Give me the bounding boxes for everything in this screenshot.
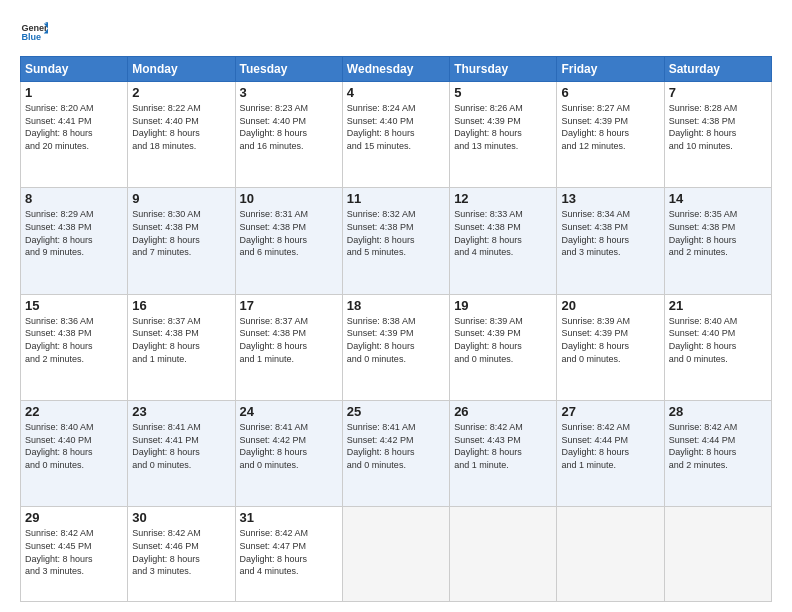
calendar-header-row: SundayMondayTuesdayWednesdayThursdayFrid…	[21, 57, 772, 82]
day-number: 15	[25, 298, 123, 313]
day-number: 17	[240, 298, 338, 313]
day-header-friday: Friday	[557, 57, 664, 82]
calendar-cell	[450, 507, 557, 602]
day-number: 1	[25, 85, 123, 100]
calendar-cell: 1Sunrise: 8:20 AM Sunset: 4:41 PM Daylig…	[21, 82, 128, 188]
day-info: Sunrise: 8:34 AM Sunset: 4:38 PM Dayligh…	[561, 208, 659, 258]
day-number: 19	[454, 298, 552, 313]
calendar-week-row: 29Sunrise: 8:42 AM Sunset: 4:45 PM Dayli…	[21, 507, 772, 602]
calendar-cell: 15Sunrise: 8:36 AM Sunset: 4:38 PM Dayli…	[21, 294, 128, 400]
day-number: 27	[561, 404, 659, 419]
calendar-cell: 30Sunrise: 8:42 AM Sunset: 4:46 PM Dayli…	[128, 507, 235, 602]
day-number: 26	[454, 404, 552, 419]
day-number: 6	[561, 85, 659, 100]
day-info: Sunrise: 8:37 AM Sunset: 4:38 PM Dayligh…	[132, 315, 230, 365]
day-info: Sunrise: 8:24 AM Sunset: 4:40 PM Dayligh…	[347, 102, 445, 152]
day-info: Sunrise: 8:35 AM Sunset: 4:38 PM Dayligh…	[669, 208, 767, 258]
day-number: 23	[132, 404, 230, 419]
day-number: 24	[240, 404, 338, 419]
day-number: 11	[347, 191, 445, 206]
day-header-monday: Monday	[128, 57, 235, 82]
day-number: 31	[240, 510, 338, 525]
day-info: Sunrise: 8:29 AM Sunset: 4:38 PM Dayligh…	[25, 208, 123, 258]
day-info: Sunrise: 8:33 AM Sunset: 4:38 PM Dayligh…	[454, 208, 552, 258]
day-info: Sunrise: 8:31 AM Sunset: 4:38 PM Dayligh…	[240, 208, 338, 258]
calendar-table: SundayMondayTuesdayWednesdayThursdayFrid…	[20, 56, 772, 602]
calendar-cell: 16Sunrise: 8:37 AM Sunset: 4:38 PM Dayli…	[128, 294, 235, 400]
calendar-cell: 24Sunrise: 8:41 AM Sunset: 4:42 PM Dayli…	[235, 401, 342, 507]
calendar-cell: 25Sunrise: 8:41 AM Sunset: 4:42 PM Dayli…	[342, 401, 449, 507]
calendar-cell: 20Sunrise: 8:39 AM Sunset: 4:39 PM Dayli…	[557, 294, 664, 400]
calendar-week-row: 15Sunrise: 8:36 AM Sunset: 4:38 PM Dayli…	[21, 294, 772, 400]
day-number: 28	[669, 404, 767, 419]
day-number: 18	[347, 298, 445, 313]
calendar-cell: 19Sunrise: 8:39 AM Sunset: 4:39 PM Dayli…	[450, 294, 557, 400]
day-number: 29	[25, 510, 123, 525]
calendar-cell: 21Sunrise: 8:40 AM Sunset: 4:40 PM Dayli…	[664, 294, 771, 400]
logo-icon: General Blue	[20, 18, 48, 46]
day-info: Sunrise: 8:41 AM Sunset: 4:41 PM Dayligh…	[132, 421, 230, 471]
calendar-cell: 6Sunrise: 8:27 AM Sunset: 4:39 PM Daylig…	[557, 82, 664, 188]
day-info: Sunrise: 8:20 AM Sunset: 4:41 PM Dayligh…	[25, 102, 123, 152]
day-info: Sunrise: 8:36 AM Sunset: 4:38 PM Dayligh…	[25, 315, 123, 365]
day-info: Sunrise: 8:42 AM Sunset: 4:43 PM Dayligh…	[454, 421, 552, 471]
calendar-cell: 11Sunrise: 8:32 AM Sunset: 4:38 PM Dayli…	[342, 188, 449, 294]
day-number: 3	[240, 85, 338, 100]
day-info: Sunrise: 8:28 AM Sunset: 4:38 PM Dayligh…	[669, 102, 767, 152]
day-info: Sunrise: 8:39 AM Sunset: 4:39 PM Dayligh…	[454, 315, 552, 365]
calendar-cell: 22Sunrise: 8:40 AM Sunset: 4:40 PM Dayli…	[21, 401, 128, 507]
calendar-cell: 13Sunrise: 8:34 AM Sunset: 4:38 PM Dayli…	[557, 188, 664, 294]
calendar-cell: 14Sunrise: 8:35 AM Sunset: 4:38 PM Dayli…	[664, 188, 771, 294]
day-info: Sunrise: 8:42 AM Sunset: 4:44 PM Dayligh…	[669, 421, 767, 471]
day-header-tuesday: Tuesday	[235, 57, 342, 82]
calendar-cell: 9Sunrise: 8:30 AM Sunset: 4:38 PM Daylig…	[128, 188, 235, 294]
day-number: 5	[454, 85, 552, 100]
day-info: Sunrise: 8:27 AM Sunset: 4:39 PM Dayligh…	[561, 102, 659, 152]
day-number: 16	[132, 298, 230, 313]
day-number: 20	[561, 298, 659, 313]
day-info: Sunrise: 8:39 AM Sunset: 4:39 PM Dayligh…	[561, 315, 659, 365]
day-info: Sunrise: 8:30 AM Sunset: 4:38 PM Dayligh…	[132, 208, 230, 258]
header: General Blue	[20, 18, 772, 46]
calendar-cell: 5Sunrise: 8:26 AM Sunset: 4:39 PM Daylig…	[450, 82, 557, 188]
day-header-sunday: Sunday	[21, 57, 128, 82]
day-info: Sunrise: 8:38 AM Sunset: 4:39 PM Dayligh…	[347, 315, 445, 365]
day-header-saturday: Saturday	[664, 57, 771, 82]
day-info: Sunrise: 8:41 AM Sunset: 4:42 PM Dayligh…	[347, 421, 445, 471]
calendar-cell: 7Sunrise: 8:28 AM Sunset: 4:38 PM Daylig…	[664, 82, 771, 188]
day-number: 21	[669, 298, 767, 313]
calendar-cell	[342, 507, 449, 602]
calendar-cell: 27Sunrise: 8:42 AM Sunset: 4:44 PM Dayli…	[557, 401, 664, 507]
calendar-cell: 2Sunrise: 8:22 AM Sunset: 4:40 PM Daylig…	[128, 82, 235, 188]
day-info: Sunrise: 8:32 AM Sunset: 4:38 PM Dayligh…	[347, 208, 445, 258]
calendar-cell: 28Sunrise: 8:42 AM Sunset: 4:44 PM Dayli…	[664, 401, 771, 507]
calendar-cell: 23Sunrise: 8:41 AM Sunset: 4:41 PM Dayli…	[128, 401, 235, 507]
day-number: 8	[25, 191, 123, 206]
calendar-cell: 29Sunrise: 8:42 AM Sunset: 4:45 PM Dayli…	[21, 507, 128, 602]
svg-text:Blue: Blue	[21, 32, 41, 42]
calendar-cell: 26Sunrise: 8:42 AM Sunset: 4:43 PM Dayli…	[450, 401, 557, 507]
calendar-cell: 10Sunrise: 8:31 AM Sunset: 4:38 PM Dayli…	[235, 188, 342, 294]
calendar-cell: 31Sunrise: 8:42 AM Sunset: 4:47 PM Dayli…	[235, 507, 342, 602]
calendar-cell: 3Sunrise: 8:23 AM Sunset: 4:40 PM Daylig…	[235, 82, 342, 188]
day-info: Sunrise: 8:42 AM Sunset: 4:45 PM Dayligh…	[25, 527, 123, 577]
day-info: Sunrise: 8:22 AM Sunset: 4:40 PM Dayligh…	[132, 102, 230, 152]
day-info: Sunrise: 8:40 AM Sunset: 4:40 PM Dayligh…	[669, 315, 767, 365]
page: General Blue SundayMondayTuesdayWednesda…	[0, 0, 792, 612]
day-info: Sunrise: 8:41 AM Sunset: 4:42 PM Dayligh…	[240, 421, 338, 471]
day-number: 30	[132, 510, 230, 525]
calendar-cell: 8Sunrise: 8:29 AM Sunset: 4:38 PM Daylig…	[21, 188, 128, 294]
day-number: 10	[240, 191, 338, 206]
day-info: Sunrise: 8:42 AM Sunset: 4:44 PM Dayligh…	[561, 421, 659, 471]
day-info: Sunrise: 8:23 AM Sunset: 4:40 PM Dayligh…	[240, 102, 338, 152]
day-number: 25	[347, 404, 445, 419]
day-info: Sunrise: 8:37 AM Sunset: 4:38 PM Dayligh…	[240, 315, 338, 365]
day-info: Sunrise: 8:26 AM Sunset: 4:39 PM Dayligh…	[454, 102, 552, 152]
day-info: Sunrise: 8:40 AM Sunset: 4:40 PM Dayligh…	[25, 421, 123, 471]
calendar-cell: 4Sunrise: 8:24 AM Sunset: 4:40 PM Daylig…	[342, 82, 449, 188]
day-number: 13	[561, 191, 659, 206]
calendar-cell	[664, 507, 771, 602]
day-info: Sunrise: 8:42 AM Sunset: 4:47 PM Dayligh…	[240, 527, 338, 577]
calendar-week-row: 1Sunrise: 8:20 AM Sunset: 4:41 PM Daylig…	[21, 82, 772, 188]
calendar-cell	[557, 507, 664, 602]
